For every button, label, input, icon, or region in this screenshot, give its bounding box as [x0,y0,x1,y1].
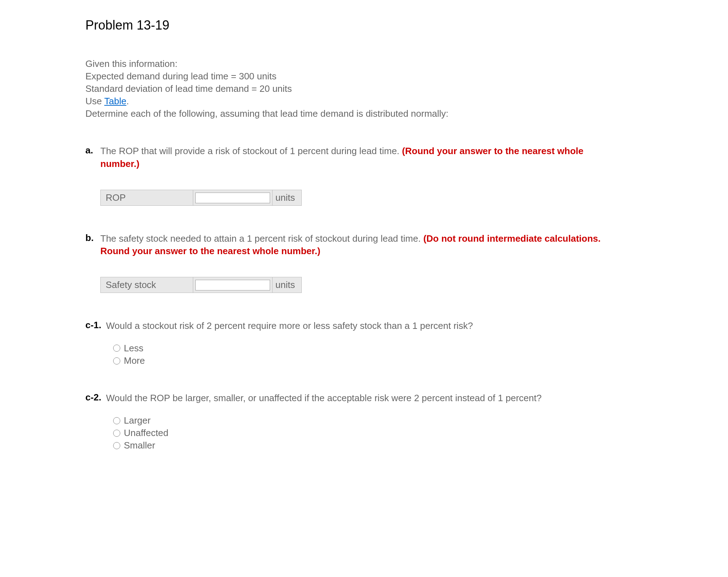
radio-input-unaffected[interactable] [113,430,120,437]
question-b: b. The safety stock needed to attain a 1… [85,232,728,293]
intro-use-suffix: . [126,96,129,106]
intro-use-prefix: Use [85,96,104,106]
problem-title: Problem 13-19 [85,18,728,33]
radio-option-less[interactable]: Less [113,342,728,355]
question-a: a. The ROP that will provide a risk of s… [85,145,728,205]
question-a-text: The ROP that will provide a risk of stoc… [100,145,616,170]
radio-input-smaller[interactable] [113,442,120,449]
question-c1-options: Less More [113,342,728,367]
intro-line-2: Expected demand during lead time = 300 u… [85,70,728,83]
radio-option-smaller[interactable]: Smaller [113,439,728,452]
question-a-letter: a. [85,145,100,156]
question-c2-options: Larger Unaffected Smaller [113,414,728,452]
radio-label-less: Less [124,342,143,355]
radio-input-larger[interactable] [113,417,120,424]
table-link[interactable]: Table [104,96,126,106]
rop-input[interactable] [195,193,270,203]
question-c2-letter: c-2. [85,392,106,403]
radio-option-unaffected[interactable]: Unaffected [113,427,728,439]
radio-label-unaffected: Unaffected [124,427,168,439]
radio-option-more[interactable]: More [113,355,728,367]
safety-stock-input-cell [193,277,273,293]
radio-input-more[interactable] [113,357,120,364]
radio-option-larger[interactable]: Larger [113,414,728,427]
intro-line-1: Given this information: [85,58,728,70]
question-c1: c-1. Would a stockout risk of 2 percent … [85,320,728,367]
intro-line-4: Use Table. [85,95,728,107]
radio-label-more: More [124,355,145,367]
rop-label: ROP [101,190,193,205]
question-c2: c-2. Would the ROP be larger, smaller, o… [85,392,728,452]
radio-input-less[interactable] [113,345,120,352]
rop-unit: units [273,190,302,205]
intro-section: Given this information: Expected demand … [85,58,728,120]
question-c1-letter: c-1. [85,320,106,331]
question-b-prompt: The safety stock needed to attain a 1 pe… [100,233,423,244]
safety-stock-input[interactable] [195,280,270,290]
radio-label-larger: Larger [124,414,151,427]
safety-stock-label: Safety stock [101,277,193,293]
question-c1-text: Would a stockout risk of 2 percent requi… [106,320,473,332]
answer-table-a: ROP units [100,190,302,206]
question-b-text: The safety stock needed to attain a 1 pe… [100,232,616,257]
question-a-prompt: The ROP that will provide a risk of stoc… [100,146,402,156]
rop-input-cell [193,190,273,205]
intro-line-3: Standard deviation of lead time demand =… [85,83,728,95]
radio-label-smaller: Smaller [124,439,155,452]
answer-table-b: Safety stock units [100,277,302,293]
safety-stock-unit: units [273,277,302,293]
question-c2-text: Would the ROP be larger, smaller, or una… [106,392,542,404]
intro-line-5: Determine each of the following, assumin… [85,107,728,120]
question-b-letter: b. [85,232,100,243]
